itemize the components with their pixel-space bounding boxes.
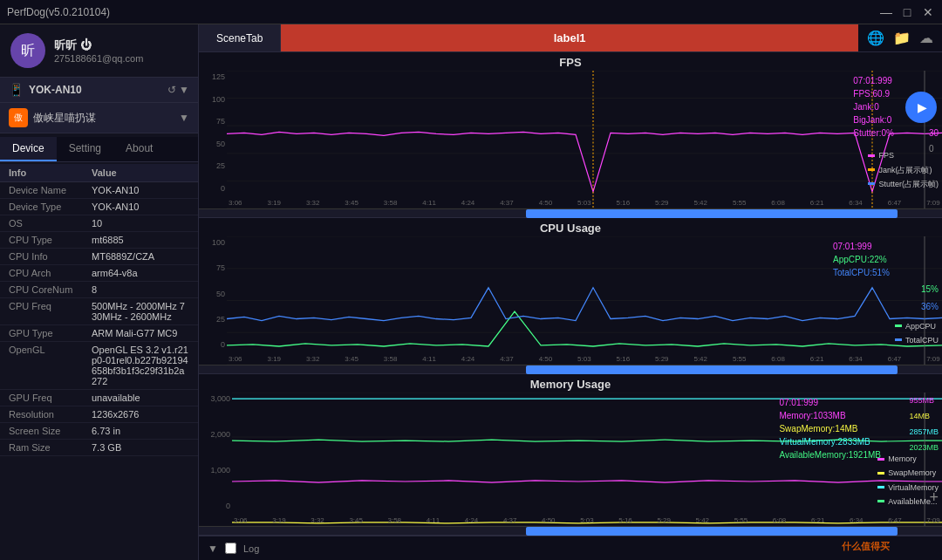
user-email: 275188661@qq.com <box>54 53 143 64</box>
fps-scrollbar[interactable] <box>199 208 942 217</box>
info-row: Device TypeYOK-AN10 <box>0 199 198 215</box>
tab-device[interactable]: Device <box>0 137 57 161</box>
cpu-val1: 15% <box>921 281 939 298</box>
info-row: Screen Size6.73 in <box>0 423 198 440</box>
info-key: GPU Type <box>9 328 92 338</box>
folder-icon[interactable]: 📁 <box>893 30 911 46</box>
virtual-dot <box>877 486 884 488</box>
window-controls: — □ ✕ <box>879 5 935 19</box>
cpu-scrollbar-thumb[interactable] <box>526 365 898 374</box>
log-checkbox[interactable] <box>225 543 236 554</box>
titlebar: PerfDog(v5.0.210104) — □ ✕ <box>0 0 942 24</box>
cpu-canvas: 07:01:999 AppCPU:22% TotalCPU:51% 15% 36… <box>227 236 942 365</box>
info-row: OS10 <box>0 215 198 232</box>
info-val: MT6889Z/CZA <box>92 251 189 262</box>
maximize-button[interactable]: □ <box>900 5 914 19</box>
cpu-chart-panel: CPU Usage 100 75 50 25 0 <box>199 218 942 374</box>
scene-tab[interactable]: SceneTab <box>199 24 281 51</box>
cpu-legend-app: AppCPU <box>895 319 939 333</box>
memory-canvas: 07:01:999 Memory:1033MB SwapMemory:14MB … <box>232 393 942 526</box>
appcpu-label: AppCPU <box>905 319 936 333</box>
fps-scrollbar-thumb[interactable] <box>526 209 898 218</box>
info-val: OpenGL ES 3.2 v1.r21p0-01rel0.b227b92194… <box>92 345 189 386</box>
avatar: 昕 <box>10 33 45 68</box>
app-selector[interactable]: 傲 傲峡星喵扔谋 ▼ <box>0 103 198 133</box>
cloud-icon[interactable]: ☁ <box>919 30 933 46</box>
info-val: 6.73 in <box>92 426 189 436</box>
info-val: arm64-v8a <box>92 268 189 278</box>
col-info: Info <box>9 167 92 178</box>
play-button[interactable] <box>905 92 937 123</box>
close-button[interactable]: ✕ <box>921 5 935 19</box>
sidebar-tabs: Device Setting About <box>0 137 198 162</box>
app-arrow: ▼ <box>179 112 189 124</box>
stutter-legend-dot <box>868 182 875 185</box>
col-value: Value <box>92 167 117 178</box>
device-icon: 📱 <box>9 83 24 97</box>
down-button[interactable]: ▼ <box>208 543 218 555</box>
info-key: Device Name <box>9 185 92 195</box>
info-key: GPU Freq <box>9 393 92 403</box>
minimize-button[interactable]: — <box>879 5 893 19</box>
info-key: Screen Size <box>9 426 92 436</box>
totalcpu-label: TotalCPU <box>905 333 939 347</box>
cpu-val2: 36% <box>921 298 939 316</box>
fps-legend-stutter: Stutter(占展示帧) <box>868 177 939 191</box>
cpu-right-labels: 15% 36% <box>921 281 939 316</box>
memory-x-axis: 3:063:193:323:453:584:114:244:374:505:03… <box>232 516 942 524</box>
info-val: unavailable <box>92 393 189 403</box>
swap-legend-label: SwapMemory <box>888 466 936 480</box>
info-row: OpenGLOpenGL ES 3.2 v1.r21p0-01rel0.b227… <box>0 342 198 390</box>
memory-legend-swap: SwapMemory <box>877 466 939 480</box>
cpu-svg <box>227 236 942 365</box>
memory-legend-mem: Memory <box>877 452 939 466</box>
info-key: CPU Info <box>9 251 92 262</box>
info-row: GPU TypeARM Mali-G77 MC9 <box>0 325 198 342</box>
info-key: Ram Size <box>9 442 92 453</box>
fps-legend: FPS Jank(占展示帧) Stutter(占展示帧) <box>868 148 939 191</box>
fps-chart-panel: FPS 125 100 75 50 25 0 <box>199 52 942 218</box>
memory-chart-title: Memory Usage <box>199 374 942 393</box>
globe-icon[interactable]: 🌐 <box>867 30 884 46</box>
fps-legend-label: FPS <box>878 148 894 162</box>
user-section: 昕 昕昕 ⏻ 275188661@qq.com <box>0 24 198 78</box>
scene-tabbar: SceneTab label1 🌐 📁 ☁ <box>199 24 942 52</box>
appcpu-dot <box>895 324 902 327</box>
cpu-scrollbar[interactable] <box>199 365 942 373</box>
mem-val2: 14MB <box>909 408 939 424</box>
info-key: CPU Arch <box>9 268 92 278</box>
fps-chart-title: FPS <box>199 52 942 71</box>
totalcpu-dot <box>895 338 902 341</box>
cpu-x-axis: 3:063:193:323:453:584:114:244:374:505:03… <box>227 355 942 363</box>
add-chart-button[interactable]: + <box>929 488 939 507</box>
fps-canvas: 07:01:999 FPS:60.9 Jank:0 BigJank:0 Stut… <box>227 71 942 208</box>
swap-dot <box>877 472 884 475</box>
info-val: 7.3 GB <box>92 442 189 453</box>
jank-legend-label: Jank(占展示帧) <box>878 163 932 177</box>
tab-about[interactable]: About <box>113 137 165 161</box>
stutter-legend-label: Stutter(占展示帧) <box>878 177 939 191</box>
info-row: CPU Freq500MHz - 2000MHz 730MHz - 2600MH… <box>0 298 198 325</box>
memory-scrollbar-thumb[interactable] <box>526 527 898 536</box>
fps-svg <box>227 71 942 208</box>
tab-setting[interactable]: Setting <box>57 137 113 161</box>
scene-icons: 🌐 📁 ☁ <box>858 24 942 51</box>
fps-legend-jank: Jank(占展示帧) <box>868 163 939 177</box>
device-selector[interactable]: 📱 YOK-AN10 ↺ ▼ <box>0 78 198 103</box>
info-row: Resolution1236x2676 <box>0 406 198 423</box>
available-dot <box>877 500 884 502</box>
main-container: 昕 昕昕 ⏻ 275188661@qq.com 📱 YOK-AN10 ↺ ▼ 傲… <box>0 24 942 560</box>
info-row: CPU Archarm64-v8a <box>0 265 198 282</box>
cpu-chart-title: CPU Usage <box>199 218 942 236</box>
fps-y-100: 100 <box>212 95 225 104</box>
fps-val1: 30 <box>929 126 939 141</box>
device-arrows: ↺ ▼ <box>167 84 189 96</box>
app-title: PerfDog(v5.0.210104) <box>7 6 110 18</box>
memory-scrollbar[interactable] <box>199 526 942 535</box>
sidebar: 昕 昕昕 ⏻ 275188661@qq.com 📱 YOK-AN10 ↺ ▼ 傲… <box>0 24 199 560</box>
info-rows-container: Device NameYOK-AN10Device TypeYOK-AN10OS… <box>0 182 198 456</box>
fps-y-75: 75 <box>216 117 225 126</box>
info-val: 8 <box>92 284 189 295</box>
info-val: ARM Mali-G77 MC9 <box>92 328 189 338</box>
memory-right-labels: 955MB 14MB 2857MB 2023MB <box>909 393 939 455</box>
